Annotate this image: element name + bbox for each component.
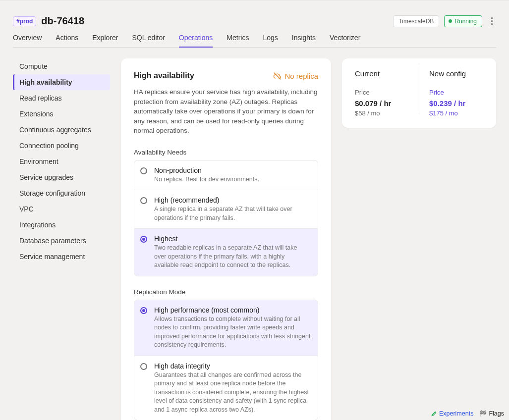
current-price-monthly: $58 / mo: [355, 109, 409, 117]
settings-sidebar: ComputeHigh availabilityRead replicasExt…: [13, 58, 110, 264]
sidebar-item-service-upgrades[interactable]: Service upgrades: [13, 169, 110, 185]
experiments-link[interactable]: Experiments: [431, 410, 473, 417]
availability-needs-label: Availability Needs: [134, 149, 318, 156]
section-description: HA replicas ensure your service has high…: [134, 87, 318, 136]
replication-option-high-data-integrity[interactable]: High data integrityGuarantees that all c…: [134, 356, 318, 420]
option-title: Non-production: [154, 166, 311, 174]
availability-option-highest[interactable]: HighestTwo readable replicas in a separa…: [134, 228, 318, 276]
pricing-card: Current Price $0.079 / hr $58 / mo New c…: [342, 58, 496, 128]
tab-sql-editor[interactable]: SQL editor: [132, 34, 165, 47]
env-tag[interactable]: #prod: [13, 16, 36, 26]
sidebar-item-service-management[interactable]: Service management: [13, 249, 110, 264]
tab-metrics[interactable]: Metrics: [226, 34, 249, 47]
dev-footer: Experiments 🏁 Flags: [431, 410, 504, 417]
db-type-pill[interactable]: TimescaleDB: [393, 15, 439, 27]
replication-options: High performance (most common)Allows tra…: [134, 300, 318, 420]
database-title: db-76418: [41, 15, 84, 27]
new-price-label: Price: [429, 89, 483, 96]
option-title: High (recommended): [154, 196, 311, 204]
replication-mode-label: Replication Mode: [134, 288, 318, 296]
flags-link[interactable]: 🏁 Flags: [479, 410, 504, 417]
current-price-label: Price: [355, 89, 409, 96]
status-pill[interactable]: Running: [444, 15, 482, 27]
option-description: No replica. Best for dev environments.: [154, 175, 311, 184]
option-title: High performance (most common): [154, 306, 311, 314]
tab-explorer[interactable]: Explorer: [92, 34, 118, 47]
option-description: Guarantees that all changes are confirme…: [154, 371, 311, 415]
option-description: Two readable replicas in a separate AZ t…: [154, 244, 311, 270]
availability-options: Non-productionNo replica. Best for dev e…: [134, 160, 318, 276]
sidebar-item-high-availability[interactable]: High availability: [13, 74, 110, 90]
option-title: Highest: [154, 235, 311, 243]
top-tabs: OverviewActionsExplorerSQL editorOperati…: [13, 34, 496, 48]
pencil-icon: [431, 411, 437, 417]
radio-icon: [140, 307, 147, 314]
tab-operations[interactable]: Operations: [179, 34, 213, 48]
page-header: #prod db-76418 TimescaleDB Running: [13, 14, 496, 28]
new-price-hourly: $0.239 / hr: [429, 99, 483, 107]
sidebar-item-extensions[interactable]: Extensions: [13, 106, 110, 122]
status-dot-icon: [449, 19, 452, 23]
sidebar-item-connection-pooling[interactable]: Connection pooling: [13, 138, 110, 154]
sidebar-item-read-replicas[interactable]: Read replicas: [13, 90, 110, 106]
more-menu-button[interactable]: [487, 14, 496, 28]
pricing-divider: [419, 66, 419, 114]
sidebar-item-vpc[interactable]: VPC: [13, 201, 110, 217]
tab-actions[interactable]: Actions: [56, 34, 78, 47]
sidebar-item-database-parameters[interactable]: Database parameters: [13, 233, 110, 249]
availability-option-non-production[interactable]: Non-productionNo replica. Best for dev e…: [134, 160, 318, 190]
flag-icon: 🏁: [479, 410, 487, 417]
high-availability-card: High availability No replica HA replicas…: [121, 58, 331, 420]
sidebar-item-environment[interactable]: Environment: [13, 154, 110, 169]
tab-overview[interactable]: Overview: [13, 34, 42, 47]
new-price-monthly: $175 / mo: [429, 109, 483, 117]
availability-option-high-recommended[interactable]: High (recommended)A single replica in a …: [134, 190, 318, 228]
radio-icon: [140, 197, 147, 204]
radio-icon: [140, 363, 147, 370]
option-title: High data integrity: [154, 362, 311, 370]
new-pricing: New config Price $0.239 / hr $175 / mo: [429, 69, 483, 117]
option-description: Allows transactions to complete without …: [154, 315, 311, 350]
tab-vectorizer[interactable]: Vectorizer: [330, 34, 360, 47]
sidebar-item-storage-configuration[interactable]: Storage configuration: [13, 185, 110, 201]
section-title: High availability: [134, 71, 194, 80]
sidebar-item-compute[interactable]: Compute: [13, 58, 110, 74]
current-heading: Current: [355, 69, 409, 78]
current-price-hourly: $0.079 / hr: [355, 99, 409, 107]
new-heading: New config: [429, 69, 483, 78]
slash-cloud-icon: [273, 72, 282, 80]
replication-option-high-performance-most-common[interactable]: High performance (most common)Allows tra…: [134, 300, 318, 356]
current-pricing: Current Price $0.079 / hr $58 / mo: [355, 69, 409, 117]
sidebar-item-continuous-aggregates[interactable]: Continuous aggregates: [13, 122, 110, 138]
radio-icon: [140, 167, 147, 174]
no-replica-badge: No replica: [273, 72, 318, 80]
sidebar-item-integrations[interactable]: Integrations: [13, 217, 110, 233]
status-text: Running: [454, 18, 477, 25]
radio-icon: [140, 236, 147, 243]
option-description: A single replica in a separate AZ that w…: [154, 205, 311, 222]
tab-insights[interactable]: Insights: [292, 34, 316, 47]
tab-logs[interactable]: Logs: [263, 34, 278, 47]
